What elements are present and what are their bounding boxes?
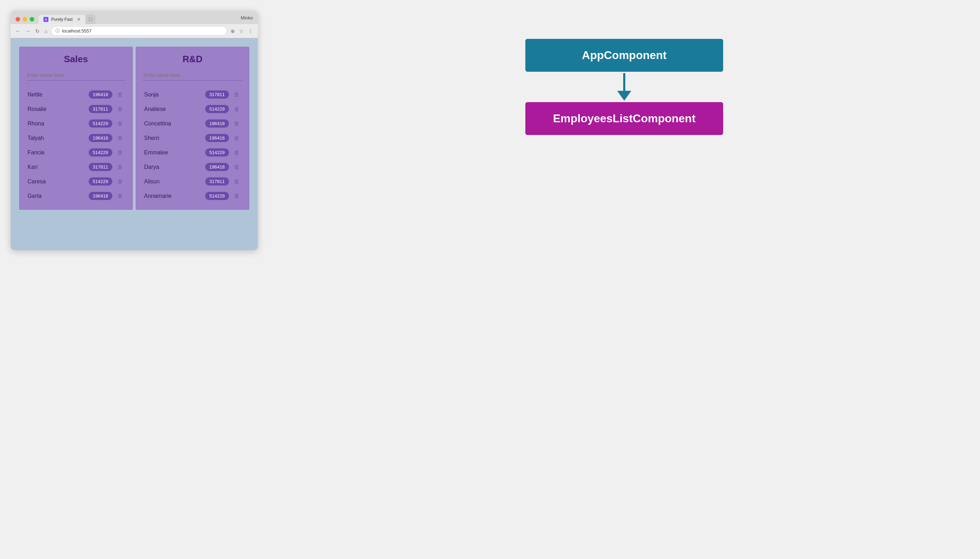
sales-panel: Sales Nettle 196418 🗑 Rosalie 317811 🗑 [19, 46, 133, 210]
diagram-section: AppComponent EmployeesListComponent [279, 11, 969, 135]
table-row: Sonja 317811 🗑 [143, 88, 242, 101]
table-row: Sherri 196418 🗑 [143, 131, 242, 145]
delete-button[interactable]: 🗑 [116, 149, 124, 157]
employee-badge: 514229 [89, 119, 112, 127]
employee-badge: 514229 [89, 177, 112, 185]
sales-employee-list: Nettle 196418 🗑 Rosalie 317811 🗑 Rhona 5… [26, 88, 126, 203]
employee-badge: 196418 [89, 91, 112, 99]
employee-name: Concettina [144, 121, 202, 127]
refresh-button[interactable]: ↻ [34, 28, 41, 35]
delete-button[interactable]: 🗑 [116, 105, 124, 113]
delete-button[interactable]: 🗑 [233, 149, 241, 157]
employee-badge: 317811 [89, 105, 112, 113]
forward-button[interactable]: → [24, 28, 32, 35]
employee-badge: 196418 [205, 163, 229, 171]
lock-icon: ⓘ [55, 28, 60, 34]
delete-button[interactable]: 🗑 [116, 91, 124, 99]
sales-input[interactable] [26, 70, 126, 81]
employee-badge: 514229 [205, 192, 229, 200]
arrow-head [617, 91, 631, 101]
employee-badge: 196418 [89, 134, 112, 142]
employee-name: Talyah [28, 135, 85, 141]
browser-tab-active[interactable]: A Purely Fast ✕ [38, 15, 86, 24]
tab-title: Purely Fast [51, 17, 73, 22]
employee-name: Sonja [144, 91, 202, 98]
employee-name: Kari [28, 164, 85, 170]
delete-button[interactable]: 🗑 [116, 178, 124, 185]
delete-button[interactable]: 🗑 [233, 178, 241, 185]
employee-name: Analiese [144, 106, 202, 112]
maximize-button[interactable] [30, 17, 34, 22]
table-row: Annamarie 514229 🗑 [143, 189, 242, 203]
employee-name: Alisun [144, 179, 202, 185]
table-row: Analiese 514229 🗑 [143, 102, 242, 116]
arrow-line [623, 73, 625, 91]
cast-icon[interactable]: ⊕ [229, 28, 236, 35]
employees-component-box: EmployeesListComponent [526, 102, 723, 135]
departments-container: Sales Nettle 196418 🗑 Rosalie 317811 🗑 [18, 45, 251, 211]
employee-badge: 196418 [205, 134, 229, 142]
delete-button[interactable]: 🗑 [116, 163, 124, 171]
employee-badge: 514229 [205, 149, 229, 157]
toolbar-icons: ⊕ ☆ ⋮ [229, 28, 255, 35]
delete-button[interactable]: 🗑 [233, 163, 241, 171]
app-component-label: AppComponent [582, 49, 667, 61]
traffic-lights [15, 17, 34, 22]
table-row: Gerta 196418 🗑 [26, 189, 126, 203]
diagram-arrow [617, 72, 631, 102]
delete-button[interactable]: 🗑 [233, 134, 241, 142]
table-row: Nettle 196418 🗑 [26, 88, 126, 101]
employee-name: Darya [144, 164, 202, 170]
employee-name: Rhona [28, 121, 85, 127]
tab-favicon: A [43, 17, 48, 22]
employee-name: Annamarie [144, 193, 202, 199]
rd-input[interactable] [143, 70, 242, 81]
table-row: Rosalie 317811 🗑 [26, 102, 126, 116]
delete-button[interactable]: 🗑 [233, 105, 241, 113]
delete-button[interactable]: 🗑 [116, 134, 124, 142]
employee-badge: 317811 [205, 177, 229, 185]
employee-badge: 514229 [205, 105, 229, 113]
address-text: localhost:5557 [62, 28, 91, 33]
employee-badge: 317811 [89, 163, 112, 171]
browser-titlebar: A Purely Fast ✕ □ Minko [11, 11, 258, 24]
rd-panel: R&D Sonja 317811 🗑 Analiese 514229 🗑 [136, 46, 250, 210]
employee-badge: 317811 [205, 91, 229, 99]
employee-badge: 196418 [89, 192, 112, 200]
close-button[interactable] [15, 17, 20, 22]
delete-button[interactable]: 🗑 [116, 120, 124, 127]
table-row: Caresa 514229 🗑 [26, 175, 126, 189]
back-button[interactable]: ← [14, 28, 22, 35]
app-component-box: AppComponent [526, 39, 723, 72]
tab-bar: A Purely Fast ✕ □ [38, 14, 95, 24]
browser-toolbar: ← → ↻ ⌂ ⓘ localhost:5557 ⊕ ☆ ⋮ [11, 24, 258, 38]
star-icon[interactable]: ☆ [238, 28, 245, 35]
table-row: Emmalee 514229 🗑 [143, 146, 242, 159]
titlebar-row: A Purely Fast ✕ □ Minko [15, 14, 253, 24]
browser-window: A Purely Fast ✕ □ Minko ← → ↻ ⌂ ⓘ localh… [11, 11, 258, 250]
delete-button[interactable]: 🗑 [116, 192, 124, 200]
sales-title: Sales [26, 54, 126, 64]
table-row: Concettina 196418 🗑 [143, 117, 242, 131]
tab-close-button[interactable]: ✕ [77, 17, 81, 22]
employee-badge: 514229 [89, 149, 112, 157]
table-row: Talyah 196418 🗑 [26, 131, 126, 145]
employee-name: Rosalie [28, 106, 85, 112]
minimize-button[interactable] [23, 17, 27, 22]
table-row: Fancie 514229 🗑 [26, 146, 126, 159]
table-row: Rhona 514229 🗑 [26, 117, 126, 131]
delete-button[interactable]: 🗑 [233, 120, 241, 127]
table-row: Kari 317811 🗑 [26, 160, 126, 174]
user-label: Minko [241, 15, 253, 23]
rd-title: R&D [143, 54, 242, 64]
employee-name: Sherri [144, 135, 202, 141]
menu-icon[interactable]: ⋮ [246, 28, 255, 35]
home-button[interactable]: ⌂ [43, 28, 49, 35]
new-tab-button[interactable]: □ [86, 14, 95, 24]
employee-name: Nettle [28, 91, 85, 98]
delete-button[interactable]: 🗑 [233, 91, 241, 99]
address-bar[interactable]: ⓘ localhost:5557 [51, 26, 227, 36]
table-row: Darya 196418 🗑 [143, 160, 242, 174]
rd-employee-list: Sonja 317811 🗑 Analiese 514229 🗑 Concett… [143, 88, 242, 203]
delete-button[interactable]: 🗑 [233, 192, 241, 200]
